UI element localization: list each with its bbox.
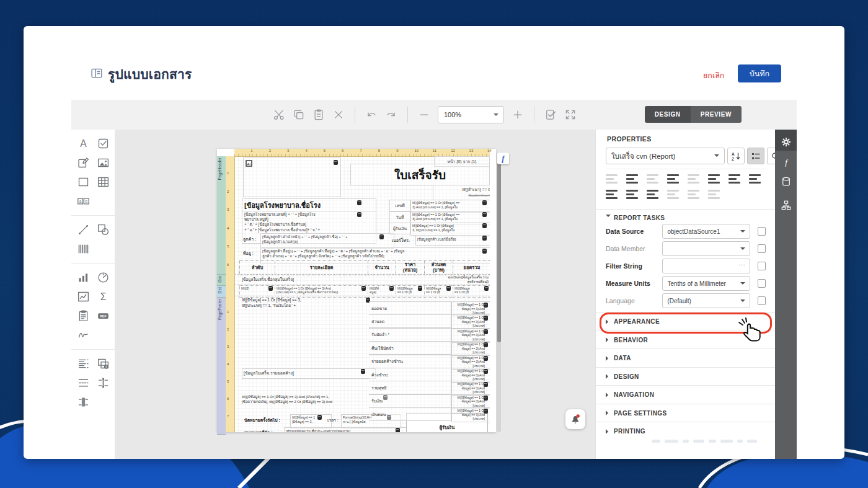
design-tab[interactable]: DESIGN	[645, 106, 691, 123]
section-printing[interactable]: PRINTING	[596, 422, 776, 440]
database-icon[interactable]	[775, 174, 797, 189]
band-pagefooter[interactable]: PageFooter	[217, 298, 226, 435]
section-design[interactable]: DESIGN	[596, 367, 776, 386]
band-gro[interactable]: Gro	[217, 275, 226, 286]
block-icon[interactable]	[688, 190, 699, 199]
property-value-dropdown[interactable]: objectDataSource1	[662, 224, 750, 239]
outstanding-field[interactable]: [ข้อมูลใบเสร็จ.รวมยอดค้าง]	[242, 368, 376, 379]
property-value-dropdown[interactable]: Tenths of a Millimeter	[662, 276, 750, 291]
subreport-tool-icon[interactable]: i	[93, 354, 113, 373]
band-det[interactable]: Det	[217, 286, 226, 298]
paste-icon[interactable]	[312, 109, 325, 121]
gear-icon[interactable]	[775, 135, 797, 149]
zoom-out-icon[interactable]	[418, 109, 430, 121]
property-value-dropdown[interactable]: (Default)	[662, 293, 750, 308]
pageinfo-tool-icon[interactable]	[73, 306, 93, 326]
design-canvas[interactable]: 1234567891011121314 PageHeaderGroDetPage…	[115, 130, 595, 459]
document-icon[interactable]	[688, 174, 699, 184]
chart-tool-icon[interactable]	[73, 268, 93, 287]
line-tool-icon[interactable]	[73, 220, 93, 239]
section-appearance[interactable]: APPEARANCE	[596, 312, 776, 331]
preview-tab[interactable]: PREVIEW	[691, 106, 742, 123]
crossbandbox-tool-icon[interactable]	[73, 393, 93, 412]
tree-icon[interactable]	[775, 198, 797, 213]
group-sum-field[interactable]: sumSum([ข้อมูลใบเสร็จ.รวม สุทธิรายเดือน]…	[432, 275, 489, 284]
function-icon[interactable]: f	[775, 154, 797, 169]
property-value-dropdown[interactable]	[662, 241, 750, 256]
detail-cell[interactable]: Iif(([มีข้อมูล] == 1 Or [มีข้อมูล] == 3)…	[275, 285, 368, 298]
report-tasks-header[interactable]: REPORT TASKS	[596, 209, 786, 221]
page-scrollbar[interactable]	[497, 156, 501, 432]
property-checkbox[interactable]	[758, 296, 766, 305]
align-left-icon[interactable]	[667, 174, 679, 184]
summary-tool-icon[interactable]: Σ	[93, 287, 113, 306]
richtext-tool-icon[interactable]	[73, 153, 93, 172]
doc-field-expr[interactable]: Iif([มีข้อมูล] == 1 Or [มีข้อมูล] 3, Iif…	[410, 223, 490, 236]
cancel-button[interactable]: ยกเลิก	[703, 69, 724, 82]
property-checkbox[interactable]	[758, 244, 766, 253]
report-page[interactable]: 1234567891011121314 PageHeaderGroDetPage…	[217, 149, 496, 432]
cut-icon[interactable]	[273, 109, 285, 121]
note-field[interactable]: [ข้อมูลนัดหมาย.ชื่อประเภทการนัดหมาย]	[284, 427, 410, 432]
copy-icon[interactable]	[293, 109, 305, 121]
section-navigation[interactable]: NAVIGATION	[596, 385, 776, 404]
appointment-field[interactable]: Iif([มีข้อมูล] == 1 [มีข้อมูล] == 3,	[290, 414, 332, 428]
category-view-icon[interactable]	[747, 148, 764, 164]
receive-field[interactable]: Iif(([มีข้อมูล] == 1 Or [มีข้อมูล] == 3)…	[242, 395, 388, 405]
expression-fx-button[interactable]: f	[497, 153, 509, 164]
barcode-b-icon[interactable]	[728, 174, 740, 184]
section-data[interactable]: DATA	[596, 348, 776, 367]
clipboard-2-icon[interactable]	[606, 190, 618, 199]
dashed-group-2-icon[interactable]	[667, 190, 679, 199]
signature-tool-icon[interactable]	[73, 326, 93, 345]
charactercomb-tool-icon[interactable]: ab	[73, 192, 93, 211]
property-checkbox[interactable]	[758, 262, 766, 270]
barcode-c-icon[interactable]	[749, 174, 761, 184]
save-button[interactable]: บันทึก	[738, 64, 781, 82]
gauge-tool-icon[interactable]	[93, 268, 113, 287]
customer-field[interactable]: [ข้อมูลลูกค้า.คำนำหน้า] + ' ' + [ข้อมูลล…	[260, 233, 394, 249]
table-tool-icon[interactable]	[93, 172, 113, 192]
zoom-in-icon[interactable]	[512, 109, 524, 121]
clipboard-icon[interactable]	[626, 174, 638, 184]
redo-icon[interactable]	[385, 109, 397, 121]
payment-header-field[interactable]: Iif([มีข้อมูล] == 1 Or [มีข้อมูล] == 3, …	[242, 298, 372, 308]
pagebreak-tool-icon[interactable]	[73, 373, 93, 393]
property-checkbox[interactable]	[758, 227, 766, 236]
dashed-group-icon[interactable]	[647, 174, 658, 184]
label-tool-icon[interactable]: A	[73, 134, 93, 153]
picture-tool-icon[interactable]	[93, 153, 113, 172]
notification-bell-button[interactable]	[565, 409, 585, 429]
pdfcontent-tool-icon[interactable]: PDF	[93, 306, 113, 326]
band-pageheader[interactable]: PageHeader	[217, 156, 226, 275]
delete-icon[interactable]	[332, 109, 345, 121]
section-page-settings[interactable]: PAGE SETTINGS	[596, 404, 776, 422]
phone-field[interactable]: [ข้อมูลลูกค้า.เบอร์มือถือ]	[415, 235, 490, 246]
component-selector[interactable]: ใบเสร็จ cvn (Report)	[606, 148, 725, 164]
zoom-select[interactable]: 100%	[438, 106, 504, 123]
block-small-icon[interactable]	[708, 190, 720, 199]
fullscreen-icon[interactable]	[564, 109, 577, 121]
doc-field-expr[interactable]: Iif(([มีข้อมูล] == 1 Or [มีข้อมูล] == 3)…	[410, 200, 490, 213]
barcode-tool-icon[interactable]	[73, 239, 93, 259]
logo-picture-box[interactable]	[243, 157, 341, 197]
shape-tool-icon[interactable]	[93, 220, 113, 239]
clipboard-3-icon[interactable]	[647, 190, 658, 199]
align-rows-icon[interactable]	[626, 190, 638, 199]
checkbox-tool-icon[interactable]	[93, 134, 113, 153]
property-checkbox[interactable]	[758, 279, 766, 288]
band-icon[interactable]	[606, 174, 618, 184]
property-value-ellipsis[interactable]: ...	[662, 259, 750, 273]
validate-icon[interactable]	[544, 109, 557, 121]
copy-flag-field[interactable]: Iif([สำเนา] == 0 'ต้นฉบับ','สำเนา')	[433, 185, 490, 200]
sort-az-icon[interactable]: AZ	[727, 148, 745, 164]
sparkline-tool-icon[interactable]	[73, 287, 93, 306]
crossbandline-tool-icon[interactable]	[93, 373, 113, 393]
panel-tool-icon[interactable]	[73, 172, 93, 192]
barcode-a-icon[interactable]	[708, 174, 720, 184]
undo-icon[interactable]	[365, 109, 378, 121]
group-field[interactable]: [ข้อมูลใบเสร็จ.ชื่อกลุ่มใบเสร็จ]	[242, 277, 294, 283]
report-title-field[interactable]: ใบเสร็จรับ	[350, 164, 490, 185]
tableofcontents-tool-icon[interactable]	[73, 354, 93, 373]
section-behavior[interactable]: BEHAVIOR	[596, 331, 776, 349]
